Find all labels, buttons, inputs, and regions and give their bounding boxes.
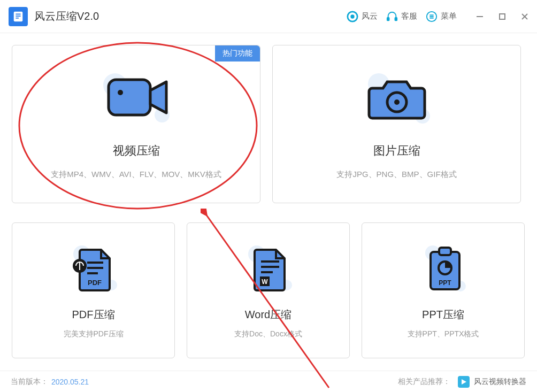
menu-link[interactable]: 菜单 — [426, 11, 457, 22]
card-subtitle: 支持PPT、PPTX格式 — [408, 329, 479, 339]
version-label: 当前版本： — [11, 377, 48, 387]
footer-bar: 当前版本： 2020.05.21 相关产品推荐： 风云视频转换器 — [0, 371, 537, 392]
title-bar: 风云压缩V2.0 风云 客服 菜单 — [0, 0, 537, 33]
ppt-clipboard-icon: PPT — [417, 242, 470, 298]
close-button[interactable] — [517, 9, 533, 25]
brand-link[interactable]: 风云 — [347, 11, 378, 22]
card-pdf-compress[interactable]: PDF PDF压缩 完美支持PDF压缩 — [12, 222, 175, 358]
card-subtitle: 支持MP4、WMV、AVI、FLV、MOV、MKV格式 — [51, 170, 221, 180]
app-icon — [9, 7, 28, 26]
card-ppt-compress[interactable]: PPT PPT压缩 支持PPT、PPTX格式 — [362, 222, 525, 358]
pdf-file-icon: PDF — [67, 242, 120, 298]
converter-icon — [458, 376, 470, 388]
svg-marker-19 — [150, 82, 166, 113]
svg-rect-7 — [395, 17, 397, 20]
maximize-button[interactable] — [494, 9, 510, 25]
support-link[interactable]: 客服 — [386, 11, 417, 22]
menu-icon — [426, 11, 438, 22]
svg-rect-3 — [16, 17, 19, 18]
card-subtitle: 完美支持PDF压缩 — [64, 329, 124, 339]
svg-rect-18 — [109, 80, 150, 115]
menu-label: 菜单 — [441, 11, 457, 21]
svg-text:PPT: PPT — [439, 279, 451, 287]
card-word-compress[interactable]: W Word压缩 支持Doc、Docx格式 — [187, 222, 350, 358]
card-image-compress[interactable]: 图片压缩 支持JPG、PNG、BMP、GIF格式 — [272, 45, 521, 203]
svg-point-24 — [394, 99, 400, 105]
video-camera-icon — [99, 69, 174, 130]
minimize-button[interactable] — [472, 9, 488, 25]
related-product-name: 风云视频转换器 — [474, 377, 526, 387]
svg-rect-42 — [439, 248, 451, 255]
svg-rect-6 — [387, 17, 389, 20]
card-subtitle: 支持JPG、PNG、BMP、GIF格式 — [336, 170, 456, 180]
svg-marker-47 — [462, 379, 466, 385]
card-title: 视频压缩 — [113, 143, 160, 159]
card-title: PDF压缩 — [72, 308, 115, 322]
brand-icon — [347, 11, 358, 22]
svg-text:W: W — [262, 278, 268, 286]
word-file-icon: W — [242, 242, 295, 298]
version-value: 2020.05.21 — [51, 378, 89, 386]
svg-rect-13 — [500, 14, 505, 19]
svg-point-5 — [350, 14, 354, 18]
svg-point-20 — [118, 90, 123, 95]
headset-icon — [386, 11, 398, 22]
svg-text:PDF: PDF — [88, 279, 102, 287]
hot-badge: 热门功能 — [215, 45, 260, 62]
related-product-link[interactable]: 风云视频转换器 — [458, 376, 526, 388]
related-label: 相关产品推荐： — [398, 377, 450, 387]
svg-rect-2 — [16, 16, 20, 17]
app-title: 风云压缩V2.0 — [34, 9, 347, 24]
main-content: 热门功能 视频压缩 支持MP4、WMV、AVI、FLV、MOV、MKV格式 — [0, 33, 537, 371]
card-title: PPT压缩 — [422, 308, 464, 322]
brand-label: 风云 — [362, 11, 378, 21]
card-video-compress[interactable]: 热门功能 视频压缩 支持MP4、WMV、AVI、FLV、MOV、MKV格式 — [12, 45, 260, 203]
svg-rect-1 — [16, 13, 20, 14]
camera-icon — [359, 69, 434, 130]
card-title: Word压缩 — [245, 308, 291, 322]
title-actions: 风云 客服 菜单 — [347, 9, 533, 25]
card-title: 图片压缩 — [373, 143, 420, 159]
card-subtitle: 支持Doc、Docx格式 — [234, 329, 302, 339]
support-label: 客服 — [401, 11, 417, 21]
